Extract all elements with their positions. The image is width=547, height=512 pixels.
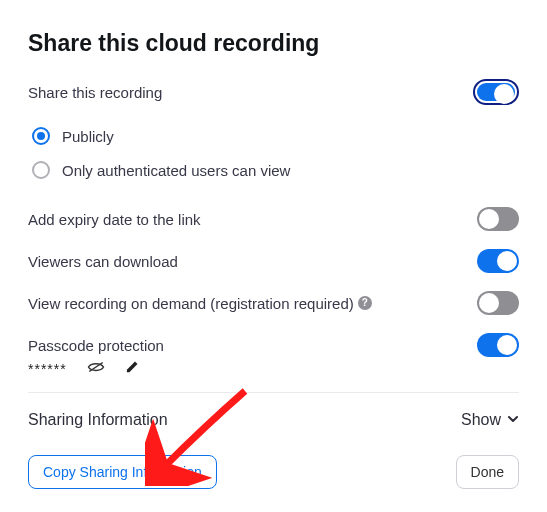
footer: Copy Sharing Information Done bbox=[28, 455, 519, 489]
ondemand-row: View recording on demand (registration r… bbox=[28, 291, 519, 315]
radio-publicly[interactable]: Publicly bbox=[28, 121, 519, 155]
passcode-toggle[interactable] bbox=[477, 333, 519, 357]
copy-sharing-info-button[interactable]: Copy Sharing Information bbox=[28, 455, 217, 489]
help-icon[interactable]: ? bbox=[358, 296, 372, 310]
download-row: Viewers can download bbox=[28, 249, 519, 273]
share-recording-panel: Share this cloud recording Share this re… bbox=[0, 0, 547, 512]
share-visibility-group: Publicly Only authenticated users can vi… bbox=[28, 121, 519, 189]
expiry-toggle[interactable] bbox=[477, 207, 519, 231]
divider bbox=[28, 392, 519, 393]
ondemand-label: View recording on demand (registration r… bbox=[28, 295, 354, 312]
sharing-info-toggle[interactable]: Show bbox=[461, 411, 519, 429]
chevron-down-icon bbox=[507, 413, 519, 428]
page-title: Share this cloud recording bbox=[28, 30, 519, 57]
sharing-info-label: Sharing Information bbox=[28, 411, 168, 429]
download-label: Viewers can download bbox=[28, 253, 178, 270]
share-recording-row: Share this recording bbox=[28, 79, 519, 105]
passcode-label: Passcode protection bbox=[28, 337, 164, 354]
radio-publicly-indicator bbox=[32, 127, 50, 145]
passcode-row: Passcode protection bbox=[28, 333, 519, 357]
passcode-mask: ****** bbox=[28, 361, 67, 377]
sharing-info-toggle-label: Show bbox=[461, 411, 501, 429]
show-passcode-icon[interactable] bbox=[87, 360, 105, 378]
passcode-line: ****** bbox=[28, 359, 519, 378]
radio-authenticated[interactable]: Only authenticated users can view bbox=[28, 155, 519, 189]
ondemand-toggle[interactable] bbox=[477, 291, 519, 315]
share-recording-toggle[interactable] bbox=[473, 79, 519, 105]
radio-authenticated-label: Only authenticated users can view bbox=[62, 162, 290, 179]
sharing-info-row: Sharing Information Show bbox=[28, 411, 519, 429]
done-button[interactable]: Done bbox=[456, 455, 519, 489]
ondemand-label-wrap: View recording on demand (registration r… bbox=[28, 295, 372, 312]
download-toggle[interactable] bbox=[477, 249, 519, 273]
expiry-row: Add expiry date to the link bbox=[28, 207, 519, 231]
expiry-label: Add expiry date to the link bbox=[28, 211, 201, 228]
share-recording-label: Share this recording bbox=[28, 84, 162, 101]
edit-passcode-icon[interactable] bbox=[125, 359, 140, 378]
radio-publicly-label: Publicly bbox=[62, 128, 114, 145]
radio-authenticated-indicator bbox=[32, 161, 50, 179]
